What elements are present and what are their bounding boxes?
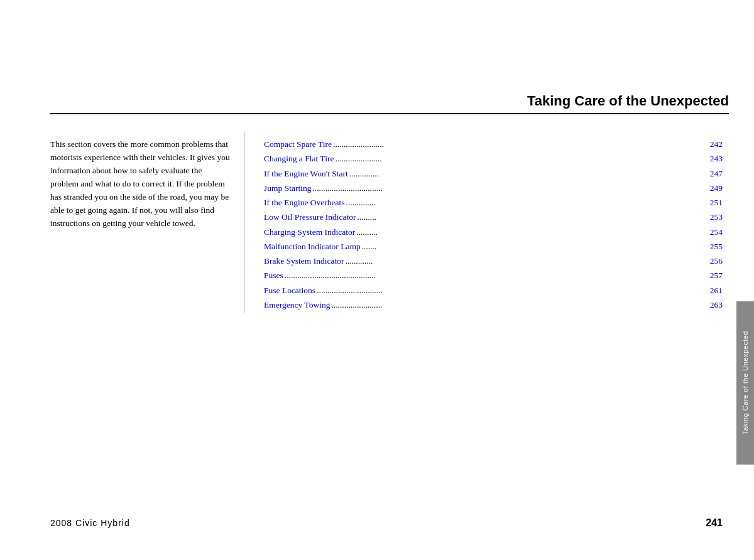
toc-dots: ............................... [315, 284, 704, 297]
toc-page-number[interactable]: 257 [704, 269, 723, 282]
footer-page-number: 241 [706, 517, 723, 529]
toc-page-number[interactable]: 255 [704, 240, 723, 253]
toc-dots: .......... [355, 226, 704, 239]
toc-item-label[interactable]: Compact Spare Tire [264, 138, 332, 151]
toc-item: If the Engine Won't Start..............2… [264, 168, 723, 180]
toc-dots: ........................................… [283, 269, 704, 282]
toc-page-number[interactable]: 256 [704, 255, 723, 267]
toc-item: Fuse Locations..........................… [264, 284, 723, 297]
page-header: Taking Care of the Unexpected [50, 93, 729, 114]
toc-page-number[interactable]: 261 [704, 284, 723, 297]
toc-item: Compact Spare Tire......................… [264, 138, 723, 151]
toc-dots: ....... [361, 240, 704, 253]
toc-item-label[interactable]: Malfunction Indicator Lamp [264, 240, 361, 253]
toc-item: Low Oil Pressure Indicator.........253 [264, 211, 723, 223]
toc-page-number[interactable]: 253 [704, 211, 723, 223]
toc-page-number[interactable]: 249 [704, 182, 723, 195]
toc-item: Changing a Flat Tire....................… [264, 153, 723, 165]
toc-item: Charging System Indicator..........254 [264, 226, 723, 239]
toc-page-number[interactable]: 254 [704, 226, 723, 239]
toc-item-label[interactable]: Changing a Flat Tire [264, 153, 334, 165]
toc-dots: .............. [345, 197, 704, 209]
toc-item-label[interactable]: Fuses [264, 269, 283, 282]
toc-item: Malfunction Indicator Lamp.......255 [264, 240, 723, 253]
toc-dots: .............. [348, 168, 704, 180]
toc-item-label[interactable]: Low Oil Pressure Indicator [264, 211, 356, 223]
intro-text: This section covers the more common prob… [50, 138, 232, 230]
toc-dots: ................................. [311, 182, 704, 195]
toc-item: Emergency Towing........................… [264, 299, 723, 311]
footer-model: 2008 Civic Hybrid [50, 518, 130, 528]
header-rule [50, 113, 729, 114]
toc-item: Jump Starting...........................… [264, 182, 723, 195]
toc-item: Brake System Indicator.............256 [264, 255, 723, 267]
toc-page-number[interactable]: 251 [704, 197, 723, 209]
toc-dots: ............. [344, 255, 704, 267]
toc-page-number[interactable]: 242 [704, 138, 723, 151]
toc-column: Compact Spare Tire......................… [245, 132, 723, 313]
toc-dots: ...................... [334, 153, 704, 165]
toc-dots: ........................ [330, 299, 704, 311]
toc-item-label[interactable]: If the Engine Won't Start [264, 168, 348, 180]
toc-item: Fuses...................................… [264, 269, 723, 282]
side-tab-text: Taking Care of the Unexpected [741, 331, 749, 435]
toc-page-number[interactable]: 243 [704, 153, 723, 165]
content-area: This section covers the more common prob… [50, 132, 723, 313]
toc-item-label[interactable]: Fuse Locations [264, 284, 315, 297]
toc-item-label[interactable]: Emergency Towing [264, 299, 330, 311]
toc-dots: ......... [356, 211, 704, 223]
toc-item-label[interactable]: Charging System Indicator [264, 226, 355, 239]
toc-item-label[interactable]: If the Engine Overheats [264, 197, 345, 209]
toc-item-label[interactable]: Jump Starting [264, 182, 311, 195]
left-column: This section covers the more common prob… [50, 132, 245, 313]
side-tab: Taking Care of the Unexpected [736, 301, 754, 465]
toc-item: If the Engine Overheats..............251 [264, 197, 723, 209]
page-title: Taking Care of the Unexpected [50, 93, 729, 113]
toc-page-number[interactable]: 263 [704, 299, 723, 311]
toc-item-label[interactable]: Brake System Indicator [264, 255, 344, 267]
page-footer: 2008 Civic Hybrid 241 [50, 517, 723, 529]
toc-dots: ........................ [332, 138, 704, 151]
toc-page-number[interactable]: 247 [704, 168, 723, 180]
page-container: Taking Care of the Unexpected Taking Car… [0, 0, 754, 560]
